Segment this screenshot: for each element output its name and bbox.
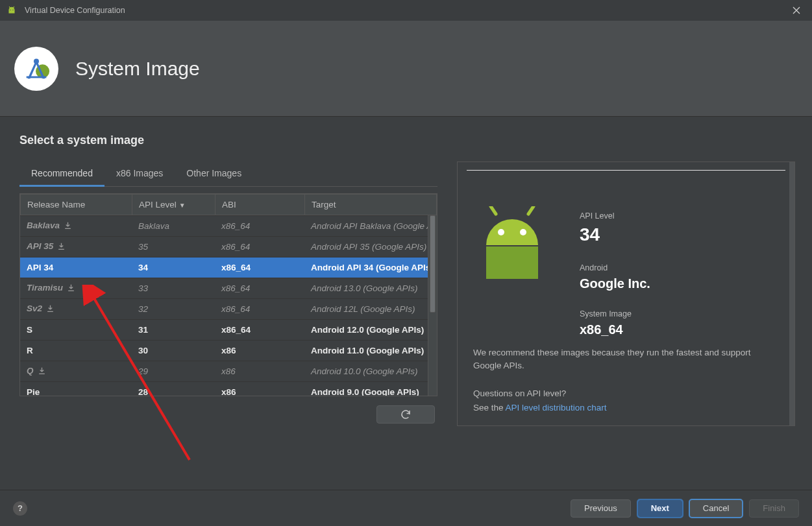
body: Select a system image Recommendedx86 Ima… (0, 117, 812, 490)
next-button[interactable]: Next (637, 499, 683, 518)
svg-point-1 (12, 10, 13, 10)
svg-point-7 (520, 229, 526, 235)
target-cell: Android 12L (Google APIs) (304, 299, 437, 320)
window-title: Virtual Device Configuration (25, 6, 125, 15)
abi-cell: x86_64 (215, 216, 304, 237)
svg-point-6 (498, 229, 504, 235)
api-level-cell: 28 (132, 382, 215, 396)
table-row[interactable]: API 3535x86_64Android API 35 (Google API… (20, 237, 437, 257)
target-cell: Android 13.0 (Google APIs) (304, 278, 437, 299)
header-banner: System Image (0, 21, 812, 117)
table-scrollbar[interactable] (428, 215, 437, 396)
android-icon (6, 5, 17, 16)
api-level-cell: 32 (132, 299, 215, 320)
api-level-cell: 31 (132, 320, 215, 341)
table-row[interactable]: R30x86Android 11.0 (Google APIs) (20, 341, 437, 361)
recommend-text: We recommend these images because they r… (473, 346, 779, 373)
left-panel: Recommendedx86 ImagesOther Images Releas… (19, 161, 437, 424)
footer: ? Previous Next Cancel Finish (0, 490, 812, 526)
previous-button[interactable]: Previous (571, 499, 631, 518)
download-icon[interactable] (46, 304, 55, 315)
questions-text: Questions on API level? (473, 387, 779, 400)
release-name-cell: Pie (20, 382, 132, 396)
abi-cell: x86 (215, 341, 304, 361)
api-level-cell: 33 (132, 278, 215, 299)
api-level-cell: 34 (132, 257, 215, 278)
release-name-cell: API 35 (20, 237, 132, 257)
sysimg-label: System Image (580, 309, 779, 318)
svg-point-3 (34, 58, 39, 64)
download-icon[interactable] (67, 283, 75, 294)
abi-cell: x86_64 (215, 278, 304, 299)
release-name-cell: Sv2 (20, 299, 132, 320)
abi-cell: x86_64 (215, 237, 304, 257)
column-header[interactable]: Release Name (21, 195, 132, 215)
finish-button[interactable]: Finish (749, 499, 799, 518)
vendor-value: Google Inc. (580, 276, 779, 291)
help-button[interactable]: ? (13, 501, 27, 516)
download-icon[interactable] (64, 221, 72, 232)
titlebar: Virtual Device Configuration (0, 0, 812, 21)
abi-cell: x86 (215, 382, 304, 396)
android-logo (473, 206, 551, 344)
column-header[interactable]: Target (305, 195, 437, 215)
table-row[interactable]: S31x86_64Android 12.0 (Google APIs) (20, 320, 437, 341)
api-level-cell: Baklava (132, 216, 215, 237)
svg-point-0 (10, 10, 10, 10)
api-level-cell: 30 (132, 341, 215, 361)
release-name-cell: S (20, 320, 132, 341)
detail-panel: API Level 34 Android Google Inc. System … (457, 161, 795, 426)
table-row[interactable]: BaklavaBaklavax86_64Android API Baklava … (20, 216, 437, 237)
download-icon[interactable] (38, 366, 46, 377)
table-row[interactable]: Q29x86Android 10.0 (Google APIs) (20, 361, 437, 382)
refresh-icon (400, 409, 412, 420)
target-cell: Android API 34 (Google APIs) (304, 257, 437, 278)
close-button[interactable] (787, 1, 806, 19)
target-cell: Android 10.0 (Google APIs) (304, 361, 437, 382)
refresh-button[interactable] (376, 405, 435, 424)
image-table: Release NameAPI Level▼ABITarget BaklavaB… (19, 193, 437, 396)
table-row[interactable]: Pie28x86Android 9.0 (Google APIs) (20, 382, 437, 396)
api-level-cell: 35 (132, 237, 215, 257)
page-title: System Image (75, 58, 200, 80)
api-level-cell: 29 (132, 361, 215, 382)
tab-other-images[interactable]: Other Images (175, 161, 253, 186)
api-level-value: 34 (580, 224, 779, 245)
tabs: Recommendedx86 ImagesOther Images (19, 161, 437, 187)
column-header[interactable]: ABI (215, 195, 305, 215)
sysimg-value: x86_64 (580, 322, 779, 337)
tab-x86-images[interactable]: x86 Images (105, 161, 175, 186)
android-studio-logo (14, 47, 58, 91)
tab-recommended[interactable]: Recommended (19, 161, 105, 186)
distribution-chart-link[interactable]: API level distribution chart (506, 403, 607, 412)
spec: API Level 34 Android Google Inc. System … (580, 206, 779, 344)
svg-rect-4 (27, 76, 47, 78)
target-cell: Android API 35 (Google APIs) (304, 237, 437, 257)
cancel-button[interactable]: Cancel (689, 499, 743, 518)
platform-label: Android (580, 263, 779, 272)
target-cell: Android API Baklava (Google APIs) (304, 216, 437, 237)
window: Virtual Device Configuration System Imag… (0, 0, 812, 526)
table-row[interactable]: Tiramisu33x86_64Android 13.0 (Google API… (20, 278, 437, 299)
section-title: Select a system image (19, 134, 795, 147)
target-cell: Android 12.0 (Google APIs) (304, 320, 437, 341)
release-name-cell: Baklava (20, 216, 132, 237)
download-icon[interactable] (57, 242, 66, 252)
api-level-label: API Level (580, 211, 779, 221)
scrollbar-thumb[interactable] (430, 215, 436, 313)
target-cell: Android 9.0 (Google APIs) (304, 382, 437, 396)
release-name-cell: R (20, 341, 132, 361)
table-row[interactable]: Sv232x86_64Android 12L (Google APIs) (20, 299, 437, 320)
column-header[interactable]: API Level▼ (132, 195, 215, 215)
abi-cell: x86_64 (215, 320, 304, 341)
svg-rect-8 (486, 246, 538, 279)
release-name-cell: Tiramisu (20, 278, 132, 299)
abi-cell: x86_64 (215, 299, 304, 320)
release-name-cell: API 34 (20, 257, 132, 278)
release-name-cell: Q (20, 361, 132, 382)
sort-desc-icon: ▼ (179, 202, 186, 209)
target-cell: Android 11.0 (Google APIs) (304, 341, 437, 361)
abi-cell: x86_64 (215, 257, 304, 278)
content: Recommendedx86 ImagesOther Images Releas… (19, 161, 795, 426)
table-row[interactable]: API 3434x86_64Android API 34 (Google API… (20, 257, 437, 278)
